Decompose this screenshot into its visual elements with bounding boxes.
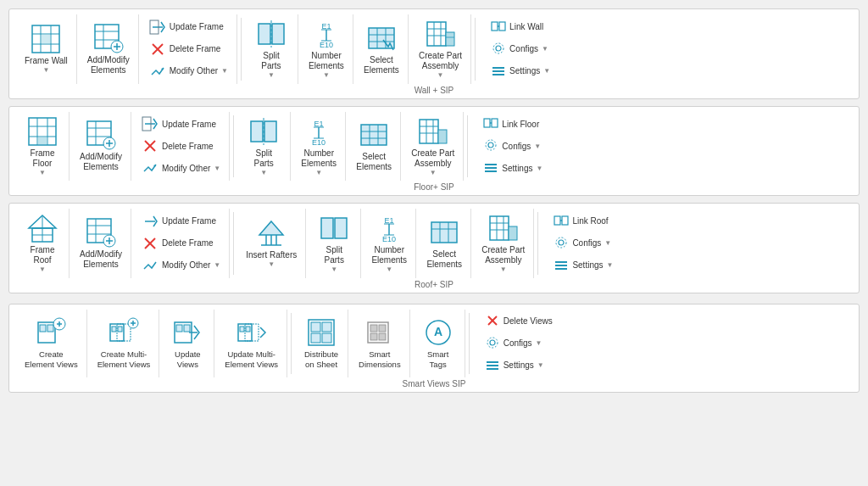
smart-views-configs-label: Configs	[504, 338, 532, 348]
divider-7	[291, 313, 292, 374]
split-parts-icon	[256, 19, 287, 49]
update-multi-element-views-icon	[236, 317, 267, 348]
svg-rect-42	[492, 67, 504, 69]
update-multi-element-views-button[interactable]: Update Multi-Element Views	[221, 315, 281, 371]
wall-delete-frame-button[interactable]: Delete Frame	[146, 39, 231, 59]
svg-rect-153	[311, 322, 320, 332]
svg-rect-17	[259, 24, 270, 44]
roof-split-parts-icon	[319, 213, 349, 243]
wall-update-frame-button[interactable]: Update Frame	[146, 17, 231, 37]
roof-select-elements-button[interactable]: SelectElements	[423, 215, 465, 272]
svg-rect-156	[322, 333, 331, 343]
svg-rect-149	[240, 327, 244, 332]
floor-number-elements-button[interactable]: E1 E10 NumberElements ▼	[298, 114, 340, 180]
floor-update-frame-button[interactable]: Update Frame	[138, 114, 224, 134]
roof-configs-button[interactable]: Configs ▼	[550, 233, 616, 254]
roof-update-frame-button[interactable]: Update Frame	[138, 211, 224, 232]
roof-link-button[interactable]: Link Roof	[550, 211, 616, 232]
frame-floor-button[interactable]: FrameFloor ▼	[21, 114, 64, 180]
wall-section: Frame Wall ▼	[8, 8, 860, 99]
floor-configs-icon	[483, 137, 498, 154]
floor-select-elements-button[interactable]: SelectElements	[353, 117, 395, 175]
update-views-button[interactable]: UpdateViews	[166, 315, 209, 371]
floor-create-assembly-button[interactable]: Create PartAssembly ▼	[408, 114, 458, 180]
create-multi-element-views-button[interactable]: Create Multi-Element Views	[94, 315, 154, 371]
smart-tags-button[interactable]: A SmartTags	[417, 315, 459, 371]
svg-rect-43	[492, 70, 504, 72]
smart-dimensions-group: SmartDimensions	[350, 310, 410, 377]
roof-add-modify-label: Add/ModifyElements	[80, 249, 122, 270]
floor-create-part-assembly-icon	[418, 116, 448, 147]
smart-views-configs-button[interactable]: Configs ▼	[481, 333, 556, 354]
roof-configs-label: Configs	[572, 238, 601, 248]
smart-dimensions-button[interactable]: SmartDimensions	[355, 315, 404, 371]
smart-tags-group: A SmartTags	[412, 310, 465, 377]
update-views-icon	[172, 317, 203, 348]
roof-split-parts-button[interactable]: SplitParts ▼	[313, 210, 355, 277]
roof-create-assembly-label: Create PartAssembly	[481, 245, 525, 265]
floor-settings-icon	[483, 159, 498, 176]
distribute-on-sheet-button[interactable]: Distributeon Sheet	[300, 315, 342, 371]
roof-configs-icon	[554, 235, 569, 252]
floor-add-modify-button[interactable]: Add/ModifyElements	[76, 117, 125, 175]
floor-delete-frame-button[interactable]: Delete Frame	[138, 136, 224, 156]
roof-modify-other-button[interactable]: Modify Other ▼	[138, 255, 224, 276]
smart-views-configs-icon	[485, 335, 500, 352]
wall-select-group: SelectElements	[355, 14, 409, 84]
roof-settings-button[interactable]: Settings ▼	[550, 255, 616, 276]
roof-add-modify-button[interactable]: Add/ModifyElements	[76, 215, 125, 272]
frame-wall-button[interactable]: Frame Wall ▼	[21, 21, 71, 77]
create-multi-element-views-label: Create Multi-Element Views	[97, 349, 151, 369]
wall-create-assembly-button[interactable]: Create PartAssembly ▼	[415, 16, 465, 82]
svg-point-127	[559, 240, 564, 245]
floor-select-elements-label: SelectElements	[356, 152, 392, 172]
svg-rect-86	[485, 164, 497, 165]
floor-add-modify-icon	[86, 120, 116, 150]
frame-roof-button[interactable]: FrameRoof ▼	[21, 210, 64, 277]
wall-add-modify-label: Add/ModifyElements	[87, 55, 130, 75]
roof-number-elements-label: NumberElements	[371, 245, 407, 265]
roof-create-part-assembly-icon	[488, 213, 519, 243]
svg-rect-170	[487, 368, 498, 370]
svg-rect-80	[438, 130, 447, 143]
wall-select-elements-button[interactable]: SelectElements	[360, 20, 403, 78]
divider-8	[469, 313, 470, 374]
roof-create-assembly-button[interactable]: Create PartAssembly ▼	[478, 210, 528, 277]
svg-rect-50	[38, 137, 47, 144]
floor-split-parts-button[interactable]: SplitParts ▼	[242, 114, 285, 180]
wall-configs-button[interactable]: Configs ▼	[487, 39, 554, 59]
svg-rect-139	[112, 327, 116, 332]
smart-views-settings-button[interactable]: Settings ▼	[481, 355, 556, 376]
roof-section-label: Roof+ SIP	[16, 278, 852, 289]
link-roof-icon	[554, 213, 569, 230]
wall-modify-other-button[interactable]: Modify Other ▼	[146, 61, 231, 81]
smart-views-delete-button[interactable]: Delete Views	[481, 311, 556, 332]
svg-point-85	[486, 140, 496, 150]
floor-right-group: Link Floor Configs ▼	[471, 112, 551, 182]
wall-number-elements-button[interactable]: E1 E10 NumberElements ▼	[305, 16, 348, 82]
roof-delete-frame-button[interactable]: Delete Frame	[138, 233, 224, 254]
svg-rect-130	[555, 265, 567, 266]
svg-point-167	[487, 338, 498, 348]
wall-settings-button[interactable]: Settings ▼	[487, 61, 554, 81]
svg-marker-102	[259, 221, 283, 235]
smart-views-settings-icon	[485, 357, 500, 374]
roof-insert-rafters-button[interactable]: Insert Rafters ▼	[242, 215, 300, 271]
svg-point-40	[496, 46, 501, 51]
add-modify-icon	[93, 23, 124, 53]
floor-link-button[interactable]: Link Floor	[480, 114, 546, 134]
divider-1	[241, 18, 242, 81]
floor-modify-other-button[interactable]: Modify Other ▼	[138, 158, 224, 178]
wall-link-wall-button[interactable]: Link Wall	[487, 17, 554, 37]
svg-rect-63	[264, 121, 276, 142]
svg-rect-35	[446, 32, 454, 46]
wall-split-parts-button[interactable]: SplitParts ▼	[250, 16, 292, 82]
svg-point-84	[488, 142, 493, 148]
floor-settings-button[interactable]: Settings ▼	[480, 158, 546, 178]
floor-configs-button[interactable]: Configs ▼	[480, 136, 546, 156]
create-element-views-button[interactable]: CreateElement Views	[21, 315, 81, 371]
wall-add-modify-button[interactable]: Add/ModifyElements	[84, 20, 133, 78]
roof-section: FrameRoof ▼	[8, 203, 860, 293]
roof-number-elements-button[interactable]: E1 E10 NumberElements ▼	[368, 210, 410, 277]
frame-roof-group: FrameRoof ▼	[16, 209, 70, 278]
